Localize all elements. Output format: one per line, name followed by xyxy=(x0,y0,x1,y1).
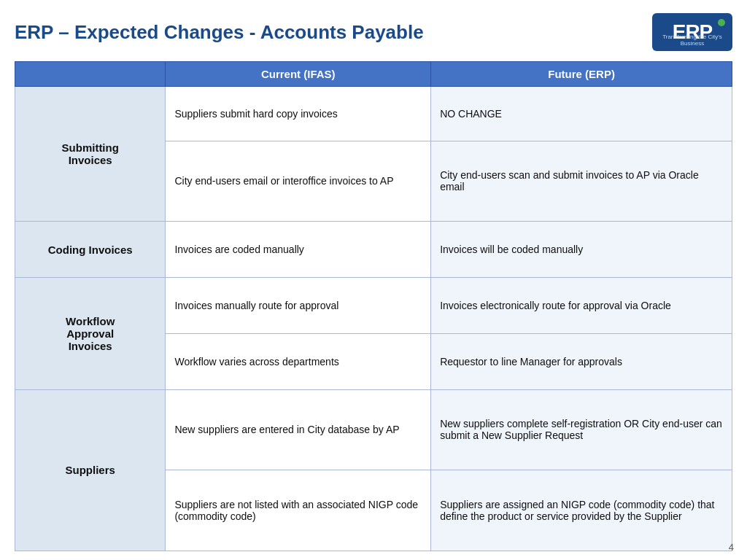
cell-future: NO CHANGE xyxy=(431,87,732,141)
cell-future: New suppliers complete self-registration… xyxy=(431,389,732,470)
col-header-category xyxy=(15,62,166,87)
cell-current: Invoices manually route for approval xyxy=(166,278,431,334)
cell-current: Workflow varies across departments xyxy=(166,333,431,389)
cell-current: Invoices are coded manually xyxy=(166,222,431,278)
row-header-3: Suppliers xyxy=(15,389,166,551)
cell-future: Suppliers are assigned an NIGP code (com… xyxy=(431,470,732,551)
table-row: Workflow Approval InvoicesInvoices manua… xyxy=(15,278,732,334)
col-header-future: Future (ERP) xyxy=(431,62,732,87)
row-header-0: Submitting Invoices xyxy=(15,87,166,222)
cell-future: Invoices electronically route for approv… xyxy=(431,278,732,334)
row-header-2: Workflow Approval Invoices xyxy=(15,278,166,390)
cell-future: Requestor to line Manager for approvals xyxy=(431,333,732,389)
logo-subtitle: Transforming the City's Business xyxy=(655,34,729,47)
logo: ERP Transforming the City's Business xyxy=(652,13,732,51)
logo-dot-icon xyxy=(718,19,725,26)
table-row: SuppliersNew suppliers are entered in Ci… xyxy=(15,389,732,470)
header: ERP – Expected Changes - Accounts Payabl… xyxy=(15,13,732,51)
table-row: Submitting InvoicesSuppliers submit hard… xyxy=(15,87,732,141)
cell-current: New suppliers are entered in City databa… xyxy=(166,389,431,470)
cell-future: City end-users scan and submit invoices … xyxy=(431,141,732,222)
cell-future: Invoices will be coded manually xyxy=(431,222,732,278)
cell-current: Suppliers are not listed with an associa… xyxy=(166,470,431,551)
page: ERP – Expected Changes - Accounts Payabl… xyxy=(0,0,747,560)
page-number: 4 xyxy=(729,542,734,553)
table-row: Coding InvoicesInvoices are coded manual… xyxy=(15,222,732,278)
col-header-current: Current (IFAS) xyxy=(166,62,431,87)
changes-table: Current (IFAS) Future (ERP) Submitting I… xyxy=(15,61,732,551)
row-header-1: Coding Invoices xyxy=(15,222,166,278)
page-title: ERP – Expected Changes - Accounts Payabl… xyxy=(15,21,424,44)
cell-current: Suppliers submit hard copy invoices xyxy=(166,87,431,141)
table-header-row: Current (IFAS) Future (ERP) xyxy=(15,62,732,87)
cell-current: City end-users email or interoffice invo… xyxy=(166,141,431,222)
